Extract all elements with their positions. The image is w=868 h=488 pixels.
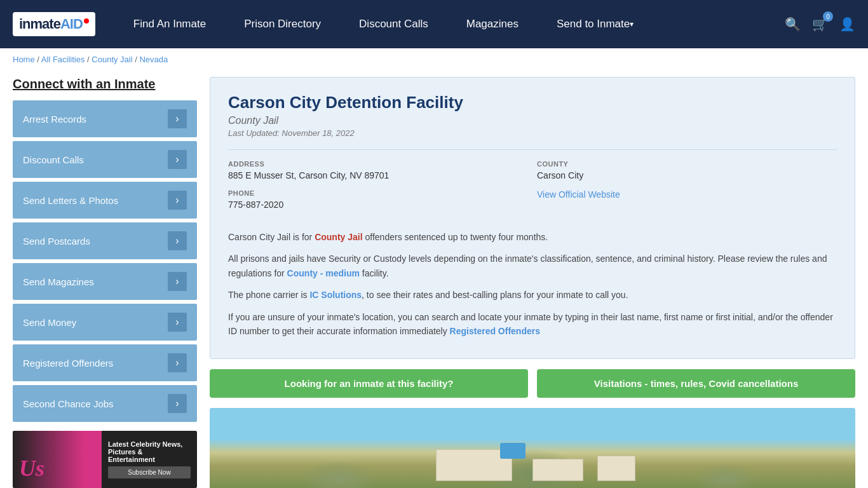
- building-2: [532, 459, 583, 481]
- ad-logo: Us: [19, 455, 44, 482]
- facility-image: [210, 408, 855, 488]
- sidebar-item-label: Arrest Records: [23, 114, 86, 125]
- sidebar-item-discount-calls[interactable]: Discount Calls ›: [13, 141, 197, 178]
- sidebar-item-label: Second Chance Jobs: [23, 398, 114, 409]
- sidebar-item-label: Discount Calls: [23, 154, 84, 165]
- chevron-right-icon: ›: [168, 394, 187, 413]
- logo-text: inmateAID: [19, 16, 89, 32]
- nav-discount-calls[interactable]: Discount Calls: [340, 0, 447, 48]
- phone-value: 775-887-2020: [228, 200, 528, 210]
- official-website-link[interactable]: View Official Website: [537, 189, 620, 200]
- sidebar-item-arrest-records[interactable]: Arrest Records ›: [13, 100, 197, 137]
- desc-2-rest: facility.: [360, 268, 389, 278]
- desc-paragraph-4: If you are unsure of your inmate's locat…: [228, 310, 837, 339]
- sidebar: Connect with an Inmate Arrest Records › …: [13, 77, 197, 488]
- facility-image-inner: [210, 408, 855, 488]
- navbar: inmateAID Find An Inmate Prison Director…: [0, 0, 868, 48]
- ic-solutions-link[interactable]: IC Solutions: [309, 290, 362, 300]
- sidebar-title: Connect with an Inmate: [13, 77, 197, 92]
- visitation-button[interactable]: Visitations - times, rules, Covid cancel…: [537, 369, 855, 398]
- ad-subscribe-button[interactable]: Subscribe Now: [108, 466, 191, 478]
- desc-3-rest: , to see their rates and best-calling pl…: [362, 290, 628, 300]
- sidebar-item-label: Send Magazines: [23, 276, 94, 287]
- desc-3-text: The phone carrier is: [228, 290, 309, 300]
- chevron-right-icon: ›: [168, 150, 187, 169]
- logo[interactable]: inmateAID: [13, 12, 95, 36]
- sidebar-item-registered-offenders[interactable]: Registered Offenders ›: [13, 344, 197, 381]
- facility-description: Carson City Jail is for County Jail offe…: [228, 230, 837, 338]
- address-block: ADDRESS 885 E Musser St, Carson City, NV…: [228, 160, 528, 180]
- chevron-right-icon: ›: [168, 109, 187, 128]
- facility-type: County Jail: [228, 115, 837, 126]
- sidebar-item-send-magazines[interactable]: Send Magazines ›: [13, 263, 197, 300]
- sidebar-item-label: Send Money: [23, 317, 76, 328]
- logo-aid: AID: [60, 16, 83, 32]
- sidebar-item-send-postcards[interactable]: Send Postcards ›: [13, 222, 197, 259]
- action-buttons: Looking for an inmate at this facility? …: [210, 369, 855, 398]
- sidebar-item-send-letters[interactable]: Send Letters & Photos ›: [13, 182, 197, 219]
- cart-icon[interactable]: 🛒 0: [812, 17, 828, 32]
- website-block: View Official Website: [537, 189, 837, 210]
- county-medium-link[interactable]: County - medium: [287, 268, 360, 278]
- main-container: Connect with an Inmate Arrest Records › …: [0, 71, 868, 488]
- sidebar-item-second-chance-jobs[interactable]: Second Chance Jobs ›: [13, 385, 197, 422]
- sidebar-item-label: Send Postcards: [23, 236, 90, 247]
- pool-area: [500, 443, 526, 459]
- county-jail-link[interactable]: County Jail: [315, 232, 362, 242]
- nav-find-an-inmate[interactable]: Find An Inmate: [114, 0, 225, 48]
- chevron-right-icon: ›: [168, 191, 187, 210]
- nav-prison-directory[interactable]: Prison Directory: [225, 0, 340, 48]
- cart-badge: 0: [823, 11, 833, 22]
- logo-dot: [84, 18, 89, 24]
- building-3: [597, 456, 635, 481]
- registered-offenders-link[interactable]: Registered Offenders: [450, 326, 540, 336]
- county-label: COUNTY: [537, 160, 837, 168]
- breadcrumb: Home / All Facilities / County Jail / Ne…: [0, 48, 868, 71]
- phone-label: PHONE: [228, 189, 528, 197]
- user-icon[interactable]: 👤: [839, 17, 855, 32]
- facility-name: Carson City Detention Facility: [228, 93, 837, 112]
- facility-card: Carson City Detention Facility County Ja…: [210, 77, 855, 359]
- breadcrumb-all-facilities[interactable]: All Facilities: [41, 55, 85, 64]
- desc-1-text: Carson City Jail is for: [228, 232, 315, 242]
- desc-paragraph-2: All prisons and jails have Security or C…: [228, 252, 837, 280]
- facility-updated: Last Updated: November 18, 2022: [228, 128, 837, 138]
- main-content: Carson City Detention Facility County Ja…: [210, 77, 855, 488]
- desc-paragraph-3: The phone carrier is IC Solutions, to se…: [228, 288, 837, 302]
- breadcrumb-home[interactable]: Home: [13, 55, 35, 64]
- ad-text-area: Latest Celebrity News, Pictures & Entert…: [102, 431, 197, 488]
- facility-info: ADDRESS 885 E Musser St, Carson City, NV…: [228, 149, 837, 220]
- sidebar-ad[interactable]: Us Latest Celebrity News, Pictures & Ent…: [13, 431, 197, 488]
- ad-title: Latest Celebrity News, Pictures & Entert…: [108, 440, 191, 463]
- sidebar-item-label: Registered Offenders: [23, 358, 113, 369]
- find-inmate-button[interactable]: Looking for an inmate at this facility?: [210, 369, 528, 398]
- chevron-right-icon: ›: [168, 353, 187, 372]
- nav-send-to-inmate[interactable]: Send to Inmate: [538, 0, 653, 48]
- ad-image: Us: [13, 431, 102, 488]
- phone-block: PHONE 775-887-2020: [228, 189, 528, 210]
- nav-icons: 🔍 🛒 0 👤: [785, 17, 855, 32]
- breadcrumb-nevada[interactable]: Nevada: [139, 55, 168, 64]
- chevron-right-icon: ›: [168, 231, 187, 250]
- sidebar-item-label: Send Letters & Photos: [23, 195, 118, 206]
- search-icon[interactable]: 🔍: [785, 17, 801, 32]
- breadcrumb-county-jail[interactable]: County Jail: [92, 55, 132, 64]
- nav-magazines[interactable]: Magazines: [447, 0, 538, 48]
- nav-links: Find An Inmate Prison Directory Discount…: [114, 0, 785, 48]
- sidebar-item-send-money[interactable]: Send Money ›: [13, 304, 197, 341]
- desc-paragraph-1: Carson City Jail is for County Jail offe…: [228, 230, 837, 244]
- address-label: ADDRESS: [228, 160, 528, 168]
- county-block: COUNTY Carson City: [537, 160, 837, 180]
- county-value: Carson City: [537, 170, 837, 180]
- chevron-right-icon: ›: [168, 313, 187, 332]
- desc-1-rest: offenders sentenced up to twenty four mo…: [363, 232, 548, 242]
- chevron-right-icon: ›: [168, 272, 187, 291]
- address-value: 885 E Musser St, Carson City, NV 89701: [228, 170, 528, 180]
